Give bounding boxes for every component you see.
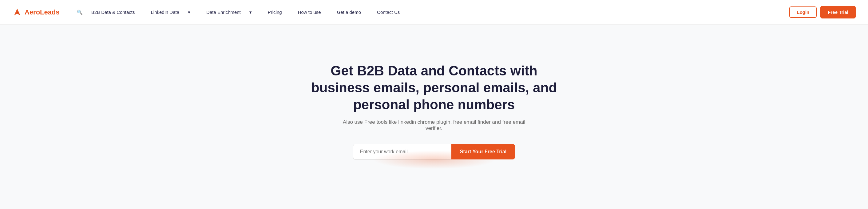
navbar: AeroLeads 🔍 B2B Data & Contacts LinkedIn… (0, 0, 868, 25)
nav-link-linkedin[interactable]: LinkedIn Data ▾ (143, 5, 198, 20)
nav-item-get-demo[interactable]: Get a demo (330, 5, 368, 20)
nav-label-how-to-use: How to use (294, 7, 325, 17)
logo-link[interactable]: AeroLeads (12, 7, 60, 17)
nav-label-pricing: Pricing (264, 7, 286, 17)
nav-link-pricing[interactable]: Pricing (260, 5, 289, 20)
nav-label-get-demo: Get a demo (333, 7, 365, 17)
hero-title: Get B2B Data and Contacts with business … (308, 62, 560, 113)
nav-label-b2b: B2B Data & Contacts (88, 7, 139, 17)
brand-name: AeroLeads (25, 8, 60, 16)
email-input[interactable] (353, 144, 452, 160)
nav-link-contact[interactable]: Contact Us (370, 5, 407, 20)
nav-item-b2b[interactable]: 🔍 B2B Data & Contacts (69, 5, 142, 20)
nav-item-how-to-use[interactable]: How to use (290, 5, 329, 20)
nav-item-linkedin[interactable]: LinkedIn Data ▾ (143, 5, 198, 20)
hero-subtitle: Also use Free tools like linkedin chrome… (342, 119, 526, 131)
chevron-down-icon-2: ▾ (246, 7, 255, 18)
nav-link-get-demo[interactable]: Get a demo (330, 5, 368, 20)
hero-section: Get B2B Data and Contacts with business … (0, 25, 868, 203)
chevron-down-icon: ▾ (184, 7, 194, 18)
nav-label-linkedin: LinkedIn Data (147, 7, 183, 17)
nav-item-enrichment[interactable]: Data Enrichment ▾ (199, 5, 259, 20)
hero-cta: Start Your Free Trial (353, 144, 515, 160)
nav-label-contact: Contact Us (373, 7, 403, 17)
nav-item-contact[interactable]: Contact Us (370, 5, 407, 20)
search-icon: 🔍 (73, 7, 86, 18)
navbar-left: AeroLeads 🔍 B2B Data & Contacts LinkedIn… (12, 5, 407, 20)
logo-icon (12, 7, 22, 17)
nav-link-b2b[interactable]: 🔍 B2B Data & Contacts (69, 5, 142, 20)
nav-links: 🔍 B2B Data & Contacts LinkedIn Data ▾ Da… (69, 5, 407, 20)
start-trial-button[interactable]: Start Your Free Trial (452, 144, 515, 159)
nav-item-pricing[interactable]: Pricing (260, 5, 289, 20)
nav-link-enrichment[interactable]: Data Enrichment ▾ (199, 5, 259, 20)
hero-cta-wrapper: Start Your Free Trial (353, 144, 515, 160)
free-trial-nav-button[interactable]: Free Trial (820, 6, 856, 19)
navbar-right: Login Free Trial (789, 6, 856, 19)
login-button[interactable]: Login (789, 6, 817, 18)
nav-label-enrichment: Data Enrichment (203, 7, 244, 17)
nav-link-how-to-use[interactable]: How to use (290, 5, 329, 20)
